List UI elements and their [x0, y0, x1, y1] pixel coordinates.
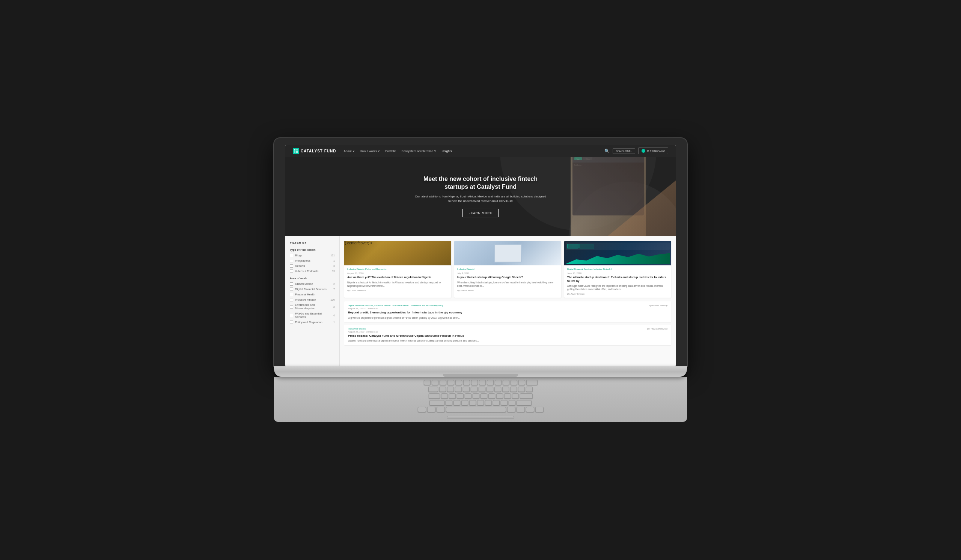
article-card-1[interactable]: ') center/cover;"> Inclusive Fintech, Po…: [344, 241, 451, 298]
key: [432, 380, 439, 385]
hero-subtitle: Our latest additions from Nigeria, South…: [415, 194, 546, 204]
area-of-work-label: Area of work: [290, 277, 335, 280]
filter-blogs[interactable]: Blogs 121: [290, 254, 335, 257]
key: [509, 400, 516, 405]
dfs-checkbox[interactable]: [290, 287, 293, 291]
financial-health-checkbox[interactable]: [290, 293, 293, 296]
keyboard-row-3: [429, 393, 533, 399]
key: [461, 400, 468, 405]
filter-climate-action[interactable]: Climate Action 2: [290, 282, 335, 286]
paygo-checkbox[interactable]: [290, 314, 293, 317]
finnsalud-button[interactable]: ⊕ FINNSALUD: [638, 148, 668, 154]
livelihoods-count: 2: [333, 305, 335, 308]
key: [487, 387, 493, 392]
climate-action-label: Climate Action: [295, 282, 331, 286]
paygo-label: PAYGo and Essential Services: [295, 312, 331, 319]
article-card-3[interactable]: Digital Financial Services, Inclusive Fi…: [564, 241, 671, 298]
key: [518, 380, 525, 385]
key: [427, 407, 436, 412]
card-3-image: [564, 241, 671, 265]
filter-policy-regulation[interactable]: Policy and Regulation 1: [290, 321, 335, 324]
filter-livelihoods[interactable]: Livelihoods and Microenterprise 2: [290, 303, 335, 310]
blogs-count: 121: [330, 254, 335, 257]
list-article-1-excerpt: Gig work is projected to generate a gros…: [348, 316, 641, 319]
card-2-date: July 3, 2020: [457, 272, 558, 274]
list-article-1-author: By Rozina Swarup: [645, 304, 667, 306]
nav-about[interactable]: About ∨: [344, 149, 354, 153]
filter-infographics[interactable]: Infographics 1: [290, 259, 335, 262]
content-area: Filter By Type of Publication Blogs 121 …: [285, 236, 676, 366]
key: [502, 387, 509, 392]
blogs-label: Blogs: [295, 254, 328, 257]
nav-portfolio[interactable]: Portfolio: [385, 149, 396, 153]
key: [526, 387, 533, 392]
article-card-2[interactable]: Inclusive Fintech | July 3, 2020 Is your…: [454, 241, 561, 298]
website-content: CATALYST FUND About ∨ How it works ∨ Por…: [285, 145, 676, 366]
videos-podcasts-checkbox[interactable]: [290, 270, 293, 273]
paygo-count: 4: [333, 314, 335, 317]
list-article-2[interactable]: Inclusive Fintech | August 25, 2020 · 3 …: [344, 325, 671, 345]
card-3-title[interactable]: The ultimate startup dashboard: 7 charts…: [567, 276, 668, 283]
filter-digital-financial-services[interactable]: Digital Financial Services 7: [290, 287, 335, 291]
touchpad[interactable]: [447, 416, 514, 419]
bfa-global-button[interactable]: BFA GLOBAL: [612, 148, 636, 154]
spacebar-key: [446, 407, 506, 412]
dfs-label: Digital Financial Services: [295, 287, 331, 291]
articles-main: ') center/cover;"> Inclusive Fintech, Po…: [340, 236, 676, 366]
key: [437, 407, 445, 412]
key: [516, 407, 525, 412]
card-3-author: By Javier Linares: [567, 293, 668, 295]
blogs-checkbox[interactable]: [290, 254, 293, 257]
card-1-title[interactable]: Are we there yet? The evolution of finte…: [347, 276, 448, 279]
filter-inclusive-fintech[interactable]: Inclusive Fintech 130: [290, 298, 335, 302]
key: [520, 393, 533, 399]
featured-cards-grid: ') center/cover;"> Inclusive Fintech, Po…: [344, 241, 671, 298]
livelihoods-checkbox[interactable]: [290, 305, 293, 308]
logo-icon: [293, 148, 299, 154]
filter-paygo[interactable]: PAYGo and Essential Services 4: [290, 312, 335, 319]
list-article-1-title[interactable]: Beyond credit: 3 emerging opportunities …: [348, 311, 641, 314]
key: [518, 387, 525, 392]
nav-ecosystem[interactable]: Ecosystem acceleration ∨: [402, 149, 437, 153]
filter-financial-health[interactable]: Financial Health: [290, 293, 335, 296]
key: [441, 393, 448, 399]
card-3-date: June 30, 2020: [567, 272, 668, 274]
card-3-body: Digital Financial Services, Inclusive Fi…: [564, 265, 671, 298]
key: [535, 407, 543, 412]
key: [496, 393, 503, 399]
keyboard-row-2: [428, 387, 533, 392]
hero-cta-button[interactable]: LEARN MORE: [463, 209, 499, 217]
key: [463, 387, 469, 392]
laptop-device: CATALYST FUND About ∨ How it works ∨ Por…: [274, 138, 687, 422]
inclusive-fintech-checkbox[interactable]: [290, 298, 293, 302]
laptop-base: [274, 366, 687, 377]
list-article-1-tags: Digital Financial Services, Financial He…: [348, 304, 641, 306]
card-2-tags: Inclusive Fintech |: [457, 268, 558, 271]
hero-title: Meet the new cohort of inclusive fintech…: [415, 175, 546, 191]
nav-how-it-works[interactable]: How it works ∨: [360, 149, 380, 153]
card-2-title[interactable]: Is your fintech startup still using Goog…: [457, 276, 558, 279]
svg-rect-3: [296, 151, 298, 153]
filter-videos-podcasts[interactable]: Videos + Podcasts 13: [290, 270, 335, 273]
logo[interactable]: CATALYST FUND: [293, 148, 336, 154]
search-icon[interactable]: 🔍: [604, 149, 610, 154]
key: [507, 407, 516, 412]
list-article-1-date: August 31, 2020 · 7 mins read: [348, 307, 641, 310]
nav-links: About ∨ How it works ∨ Portfolio Ecosyst…: [344, 149, 604, 153]
key: [493, 400, 500, 405]
infographics-checkbox[interactable]: [290, 259, 293, 262]
sidebar-filter: Filter By Type of Publication Blogs 121 …: [285, 236, 340, 366]
policy-regulation-checkbox[interactable]: [290, 321, 293, 324]
nav-insights[interactable]: Insights: [442, 149, 452, 153]
card-3-tags: Digital Financial Services, Inclusive Fi…: [567, 268, 668, 271]
climate-action-checkbox[interactable]: [290, 282, 293, 286]
key: [510, 387, 517, 392]
svg-rect-0: [294, 149, 296, 151]
inclusive-fintech-count: 130: [330, 298, 335, 301]
reports-checkbox[interactable]: [290, 264, 293, 268]
filter-reports[interactable]: Reports 3: [290, 264, 335, 268]
list-article-2-title[interactable]: Press release: Catalyst Fund and Greenho…: [348, 334, 640, 338]
inclusive-fintech-label: Inclusive Fintech: [295, 298, 328, 302]
list-article-1[interactable]: Digital Financial Services, Financial He…: [344, 302, 671, 322]
key: [447, 380, 454, 385]
